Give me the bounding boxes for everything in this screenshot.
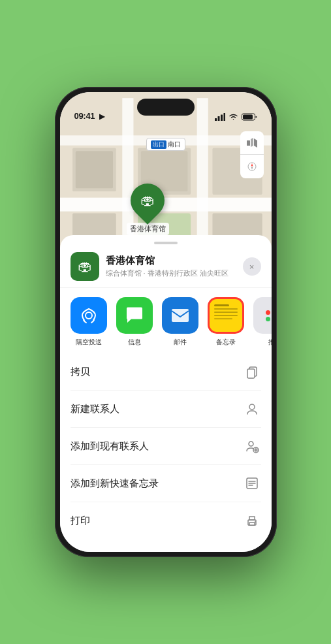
svg-point-33 — [249, 442, 253, 446]
map-controls[interactable] — [240, 131, 264, 178]
venue-icon: 🏟 — [71, 252, 99, 281]
sheet-header: 🏟 香港体育馆 综合体育馆 · 香港特别行政区 油尖旺区 × — [60, 244, 272, 288]
share-item-notes[interactable]: 备忘录 — [208, 297, 244, 347]
bottom-sheet: 🏟 香港体育馆 综合体育馆 · 香港特别行政区 油尖旺区 × — [60, 235, 272, 552]
notes-line-3 — [214, 312, 238, 313]
more-dots-row2 — [266, 317, 272, 321]
note-icon — [243, 474, 261, 492]
svg-marker-23 — [251, 138, 253, 147]
svg-marker-27 — [251, 167, 253, 170]
svg-rect-43 — [249, 523, 255, 525]
svg-point-32 — [249, 404, 255, 410]
svg-rect-2 — [221, 115, 223, 121]
share-row: 隔空投送 信息 — [60, 288, 272, 353]
mail-icon — [162, 297, 198, 334]
venue-info: 香港体育馆 综合体育馆 · 香港特别行政区 油尖旺区 — [106, 255, 236, 278]
svg-rect-31 — [247, 369, 255, 378]
dynamic-island — [137, 99, 195, 116]
mail-svg — [170, 308, 190, 323]
add-existing-label: 添加到现有联系人 — [71, 440, 149, 453]
person-add-icon — [243, 437, 261, 455]
airdrop-label: 隔空投送 — [76, 338, 102, 347]
print-label: 打印 — [71, 515, 90, 527]
airdrop-icon — [71, 297, 107, 334]
more-label: 推 — [268, 338, 272, 347]
svg-rect-29 — [172, 309, 189, 322]
map-type-button[interactable] — [240, 131, 264, 155]
wifi-icon — [229, 113, 238, 121]
message-icon — [116, 297, 153, 334]
pin-icon: 🏟 — [140, 192, 155, 209]
notes-icon — [208, 297, 244, 334]
action-list: 拷贝 新建联系人 — [60, 353, 272, 539]
close-icon: × — [249, 262, 255, 272]
svg-marker-24 — [254, 138, 257, 148]
signal-icon — [215, 113, 225, 121]
mail-label: 邮件 — [174, 338, 187, 347]
add-existing-contact-action[interactable]: 添加到现有联系人 — [71, 428, 261, 465]
svg-point-44 — [255, 521, 256, 523]
new-contact-label: 新建联系人 — [71, 403, 119, 415]
map-label-tag: 出口 — [151, 140, 166, 149]
svg-rect-1 — [217, 116, 219, 121]
share-item-more[interactable]: 推 — [253, 297, 272, 347]
map-type-icon — [246, 137, 258, 149]
more-icon — [253, 297, 272, 334]
battery-icon — [242, 113, 257, 121]
share-item-message[interactable]: 信息 — [116, 297, 153, 347]
more-dots-row1 — [266, 310, 272, 315]
compass-button[interactable] — [240, 155, 264, 178]
status-time: 09:41 ▶ — [74, 111, 104, 121]
more-dots — [266, 310, 272, 321]
svg-marker-26 — [251, 163, 253, 167]
svg-rect-22 — [247, 140, 250, 146]
add-quick-note-action[interactable]: 添加到新快速备忘录 — [71, 465, 261, 502]
copy-icon — [243, 362, 261, 381]
share-item-mail[interactable]: 邮件 — [162, 297, 198, 347]
compass-icon — [247, 161, 257, 172]
notes-line-5 — [214, 318, 233, 319]
new-contact-action[interactable]: 新建联系人 — [71, 391, 261, 428]
dot-green — [266, 317, 270, 321]
svg-rect-42 — [249, 517, 255, 520]
notes-line-2 — [214, 308, 238, 310]
map-label: 出口 南口 — [146, 138, 185, 151]
venue-desc: 综合体育馆 · 香港特别行政区 油尖旺区 — [106, 268, 236, 278]
notes-line-1 — [214, 304, 229, 306]
dot-red — [266, 310, 270, 315]
message-svg — [125, 306, 144, 325]
notes-line-4 — [214, 315, 238, 316]
airdrop-svg — [79, 306, 99, 325]
location-pin: 🏟 香港体育馆 — [127, 184, 169, 235]
quick-note-label: 添加到新快速备忘录 — [71, 477, 159, 490]
pin-label: 香港体育馆 — [127, 223, 169, 235]
notes-label: 备忘录 — [216, 338, 236, 347]
print-action[interactable]: 打印 — [71, 502, 261, 539]
svg-point-28 — [86, 312, 92, 319]
svg-rect-3 — [223, 113, 225, 121]
copy-label: 拷贝 — [71, 366, 90, 378]
print-icon — [243, 511, 261, 530]
map-label-text: 南口 — [168, 140, 181, 149]
copy-action[interactable]: 拷贝 — [71, 353, 261, 391]
person-icon — [243, 400, 261, 418]
svg-rect-12 — [75, 151, 112, 188]
location-icon: ▶ — [99, 112, 104, 120]
svg-rect-5 — [243, 115, 253, 120]
status-icons — [215, 113, 257, 121]
venue-name: 香港体育馆 — [106, 255, 236, 267]
close-button[interactable]: × — [243, 257, 261, 276]
pin-circle: 🏟 — [123, 176, 172, 225]
phone-screen: 09:41 ▶ — [60, 92, 272, 552]
message-label: 信息 — [128, 338, 141, 347]
phone-frame: 09:41 ▶ — [55, 87, 277, 557]
svg-rect-0 — [215, 118, 217, 121]
share-item-airdrop[interactable]: 隔空投送 — [71, 297, 107, 347]
